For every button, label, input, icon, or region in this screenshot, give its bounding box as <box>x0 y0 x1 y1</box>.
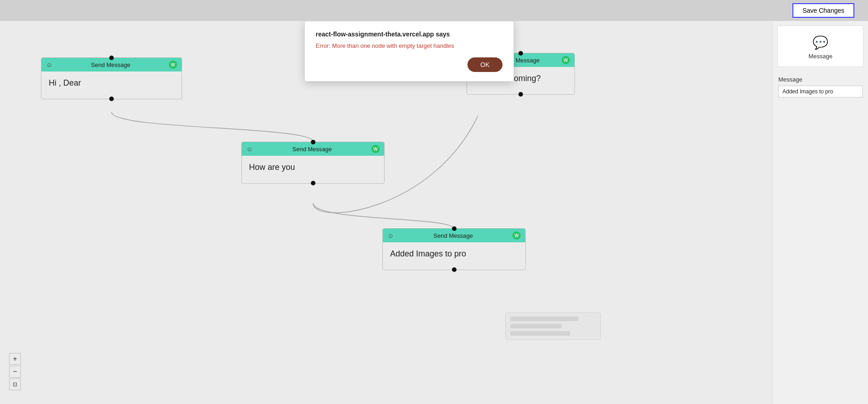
handle-bottom[interactable] <box>311 181 315 185</box>
whatsapp-icon: W <box>562 56 570 64</box>
zoom-out-button[interactable]: − <box>9 366 21 378</box>
handle-bottom[interactable] <box>518 92 523 97</box>
handle-bottom[interactable] <box>109 97 114 101</box>
sidebar-icon-label: Message <box>808 53 832 60</box>
zoom-fit-button[interactable]: ⊡ <box>9 378 21 390</box>
node-title: Send Message <box>292 146 332 153</box>
handle-bottom[interactable] <box>452 267 457 272</box>
sidebar-field-label: Message <box>778 76 863 83</box>
main-area: ☺ Send Message W Hi , Dear ☺ Send Messag… <box>0 21 868 404</box>
handle-top[interactable] <box>109 56 114 60</box>
alert-dialog: react-flow-assignment-theta.vercel.app s… <box>305 21 514 82</box>
handle-top[interactable] <box>311 140 315 144</box>
sidebar-field-section: Message <box>773 72 868 102</box>
flow-node-hi-dear[interactable]: ☺ Send Message W Hi , Dear <box>41 57 182 99</box>
flow-canvas[interactable]: ☺ Send Message W Hi , Dear ☺ Send Messag… <box>0 21 772 404</box>
chat-icon: ☺ <box>46 61 52 68</box>
flow-node-how-are-you[interactable]: ☺ Send Message W How are you <box>241 142 385 184</box>
whatsapp-icon: W <box>513 231 521 240</box>
node-body: Hi , Dear <box>41 72 182 99</box>
save-changes-button[interactable]: Save Changes <box>792 3 854 18</box>
dialog-footer: OK <box>316 57 503 72</box>
flow-node-partial <box>505 312 601 340</box>
flow-node-added-images[interactable]: ☺ Send Message W Added Images to pro <box>382 228 526 270</box>
node-title: Send Message <box>433 232 473 239</box>
node-body: Added Images to pro <box>383 242 525 270</box>
sidebar-message-panel: 💬 Message <box>777 26 863 67</box>
zoom-in-button[interactable]: + <box>9 353 21 365</box>
right-sidebar: 💬 Message Message <box>772 21 868 404</box>
node-body: How are you <box>242 156 384 183</box>
dialog-error-message: Error: More than one node with empty tar… <box>316 42 503 49</box>
message-icon: 💬 <box>812 35 828 50</box>
dialog-title: react-flow-assignment-theta.vercel.app s… <box>316 31 503 38</box>
handle-top[interactable] <box>518 51 523 56</box>
topbar: Save Changes <box>0 0 868 21</box>
handle-top[interactable] <box>452 226 457 231</box>
dialog-ok-button[interactable]: OK <box>467 57 502 72</box>
whatsapp-icon: W <box>371 145 380 153</box>
whatsapp-icon: W <box>169 61 177 69</box>
sidebar-message-input[interactable] <box>778 86 863 97</box>
node-title: Send Message <box>91 61 131 68</box>
chat-icon: ☺ <box>246 145 253 153</box>
zoom-controls: + − ⊡ <box>9 353 21 390</box>
chat-icon: ☺ <box>387 232 394 239</box>
